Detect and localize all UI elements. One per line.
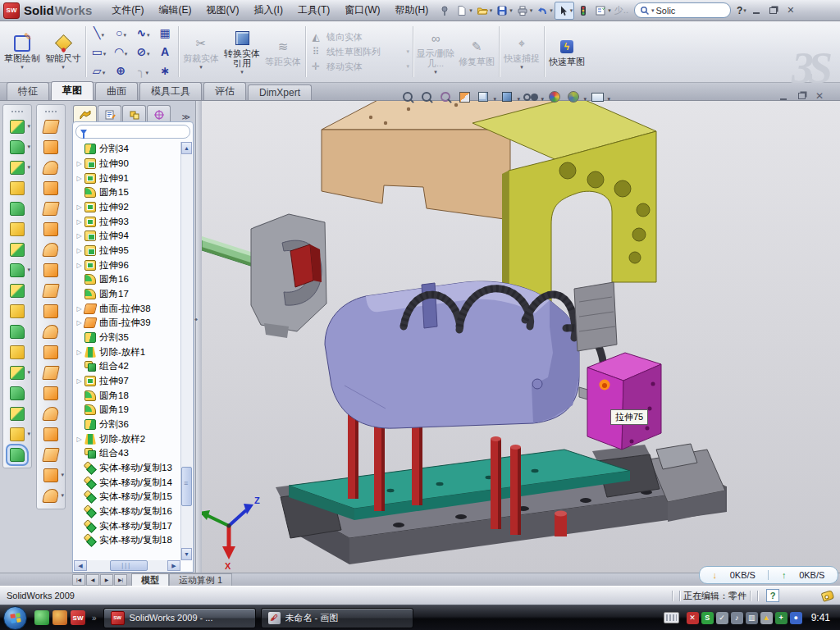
tree-vertical-scrollbar[interactable]: ▲ ▼	[180, 142, 192, 560]
taskbar-window-button[interactable]: 🖌 未命名 - 画图	[261, 608, 413, 628]
line-tool[interactable]: ╲	[88, 24, 110, 43]
ribbon-tab[interactable]: 评估	[203, 82, 246, 100]
restore-button[interactable]	[765, 4, 782, 17]
doc-close-button[interactable]: ✕	[814, 90, 825, 102]
undo-dropdown[interactable]: ▾	[550, 7, 553, 14]
close-button[interactable]: ✕	[783, 4, 799, 17]
point-tool[interactable]: ∗	[154, 62, 176, 80]
warning-tray-icon[interactable]: ▲	[760, 612, 773, 624]
menu-item[interactable]: 工具(T)	[290, 1, 337, 20]
tree-filter-box[interactable]	[75, 125, 190, 139]
tree-item[interactable]: 拉伸95	[75, 244, 180, 258]
edit-appearance-icon[interactable]	[547, 89, 563, 104]
last-tab-button[interactable]: ▶|	[114, 574, 127, 586]
sketch-button[interactable]: 草图绘制▾	[2, 33, 43, 71]
volume-tray-icon[interactable]: ♪	[731, 612, 743, 624]
instant3d-tool[interactable]	[3, 445, 31, 465]
tree-item[interactable]: 实体-移动/复制16	[75, 504, 180, 519]
help-dropdown[interactable]: ▾	[743, 7, 746, 14]
minimize-button[interactable]	[748, 4, 765, 17]
selection-filter-icon[interactable]	[575, 2, 591, 19]
parting-line-tool[interactable]	[37, 137, 65, 158]
sketch-pattern-tool[interactable]: ▦	[154, 24, 176, 43]
tooling-split-tool[interactable]	[37, 199, 65, 219]
configuration-manager-tab[interactable]	[122, 105, 146, 123]
tree-item[interactable]: 组合43	[75, 446, 180, 461]
options-dropdown[interactable]: ▾	[608, 7, 611, 14]
open-dropdown[interactable]: ▾	[490, 7, 493, 14]
insert-block-part[interactable]	[587, 353, 661, 450]
tree-item[interactable]: 拉伸91	[75, 171, 180, 185]
security-alert-tray-icon[interactable]: ✕	[687, 612, 699, 624]
linear-sketch-pattern-button[interactable]: ⠿ 线性草图阵列▾	[309, 46, 409, 58]
shut-off-surface-tool[interactable]	[37, 158, 65, 178]
new-dropdown[interactable]: ▾	[469, 7, 472, 14]
thicken-tool[interactable]	[37, 404, 65, 424]
knit-surface-tool[interactable]	[37, 383, 65, 404]
tree-item[interactable]: 实体-移动/复制18	[75, 533, 180, 548]
search-input[interactable]: Solic	[655, 6, 675, 16]
help-button[interactable]: ?	[737, 5, 742, 16]
expand-arrow-icon[interactable]	[75, 305, 84, 313]
reference-point-tool[interactable]	[3, 383, 31, 404]
tree-item[interactable]: 组合42	[75, 359, 180, 374]
ribbon-tab[interactable]: 特征	[7, 82, 49, 100]
radiate-surface-tool[interactable]	[37, 281, 65, 301]
tree-item[interactable]: 拉伸90	[75, 157, 180, 171]
zoom-area-icon[interactable]	[419, 89, 435, 104]
quick-tips-button[interactable]: ?	[766, 589, 779, 602]
scale-tool[interactable]	[37, 116, 65, 137]
spline-tool[interactable]: ∿	[132, 24, 154, 43]
extruded-boss-tool[interactable]	[3, 116, 31, 137]
helix-spiral-tool[interactable]	[3, 424, 31, 445]
manifold-fitting-part[interactable]	[574, 282, 617, 351]
planar-surface-tool[interactable]	[37, 240, 65, 260]
tree-item[interactable]: 实体-移动/复制13	[75, 461, 180, 476]
locating-ring-part[interactable]	[251, 214, 326, 338]
trim-surface-tool[interactable]	[37, 342, 65, 363]
move-entities-button[interactable]: ✛ 移动实体▾	[309, 61, 409, 73]
slot-tool[interactable]: ▱	[88, 62, 110, 80]
menu-item[interactable]: 编辑(E)	[152, 1, 199, 20]
first-tab-button[interactable]: |◀	[72, 574, 85, 586]
motion-study-tab[interactable]: 运动算例 1	[169, 573, 232, 587]
expand-arrow-icon[interactable]	[75, 436, 84, 443]
quick-launch-messenger-icon[interactable]	[34, 610, 49, 625]
next-tab-button[interactable]: ▶	[100, 574, 113, 586]
menu-item[interactable]: 帮助(H)	[388, 1, 436, 20]
toolbar-overflow-label[interactable]: 少..	[614, 4, 628, 16]
tree-item[interactable]: 切除-放样1	[75, 345, 180, 359]
select-tool-button[interactable]: ▾	[555, 2, 575, 20]
quick-snaps-button[interactable]: ⌖ 快速捕捉▾	[501, 33, 542, 71]
scroll-left-button[interactable]: ◀	[74, 560, 87, 571]
surface-helix-tool[interactable]	[37, 486, 65, 506]
menu-item[interactable]: 插入(I)	[247, 1, 290, 20]
combine-tool[interactable]	[3, 322, 31, 342]
keyboard-tray-icon[interactable]	[664, 612, 679, 623]
filled-surface-tool[interactable]	[37, 322, 65, 342]
extruded-cut-tool[interactable]	[3, 137, 31, 158]
circle-tool[interactable]: ○	[110, 24, 132, 43]
rectangle-tool[interactable]: ▭	[88, 43, 110, 62]
draft-tool[interactable]	[3, 219, 31, 240]
tags-icon[interactable]	[821, 590, 835, 602]
property-manager-tab[interactable]	[98, 105, 121, 123]
tree-item[interactable]: 拉伸97	[75, 374, 180, 389]
prev-tab-button[interactable]: ◀	[86, 574, 99, 586]
move-copy-body-tool[interactable]	[3, 342, 31, 363]
hscroll-thumb[interactable]	[110, 560, 148, 571]
offset-entities-button[interactable]: ≋ 等距实体	[262, 36, 304, 68]
tree-item[interactable]: 实体-移动/复制17	[75, 518, 180, 533]
expand-arrow-icon[interactable]	[75, 175, 84, 182]
section-view-icon[interactable]	[457, 89, 472, 104]
polygon-tool[interactable]: ⊕	[110, 62, 132, 80]
scroll-up-button[interactable]: ▲	[181, 142, 192, 154]
tree-item[interactable]: 圆角17	[75, 287, 180, 302]
print-icon[interactable]	[514, 2, 531, 19]
tree-item[interactable]: 圆角16	[75, 272, 180, 287]
wrap-tool[interactable]	[3, 240, 31, 260]
linear-pattern-tool[interactable]	[3, 260, 31, 281]
display-style-icon[interactable]	[500, 89, 520, 104]
tree-item[interactable]: 分割35	[75, 331, 180, 345]
print-dropdown[interactable]: ▾	[530, 7, 533, 14]
